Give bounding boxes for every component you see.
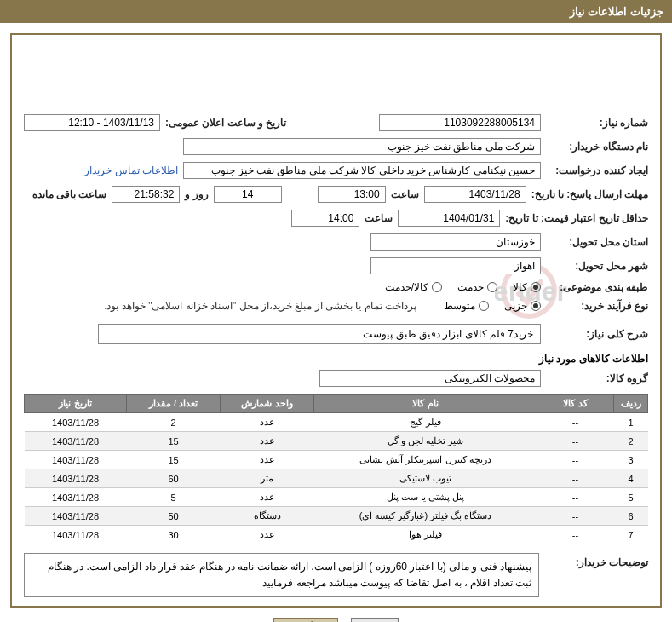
cell-unit: عدد xyxy=(221,413,314,432)
cell-unit: دستگاه xyxy=(221,507,314,526)
cell-qty: 30 xyxy=(127,526,221,544)
field-remaining-time: 21:58:32 xyxy=(112,186,180,203)
cell-qty: 60 xyxy=(127,469,221,488)
content-panel: AriaTender .net شماره نیاز: 110309228800… xyxy=(10,33,662,608)
radio-both-label: کالا/خدمت xyxy=(385,281,428,293)
cell-code: -- xyxy=(537,526,614,544)
cell-qty: 5 xyxy=(127,488,221,507)
cell-unit: عدد xyxy=(221,526,314,544)
cell-code: -- xyxy=(537,432,614,451)
cell-code: -- xyxy=(537,451,614,469)
label-time1: ساعت xyxy=(391,188,419,200)
print-button[interactable]: چاپ xyxy=(351,618,399,622)
label-deadline: مهلت ارسال پاسخ: تا تاریخ: xyxy=(531,188,648,200)
label-days-and: روز و xyxy=(185,188,208,200)
cell-code: -- xyxy=(537,507,614,526)
table-row: 3--دریچه کنترل اسپرینکلر آتش نشانیعدد151… xyxy=(25,451,648,469)
button-row: چاپ بازگشت xyxy=(0,618,672,622)
cell-n: 2 xyxy=(614,432,648,451)
table-row: 4--تیوب لاستیکیمتر601403/11/28 xyxy=(25,469,648,488)
th-row: ردیف xyxy=(614,395,648,413)
label-goods-group: گروه کالا: xyxy=(546,372,648,384)
page-header: جزئیات اطلاعات نیاز xyxy=(0,0,672,23)
cell-code: -- xyxy=(537,413,614,432)
table-row: 2--شیر تخلیه لجن و گلعدد151403/11/28 xyxy=(25,432,648,451)
cell-name: فیلر گیج xyxy=(314,413,537,432)
cell-unit: عدد xyxy=(221,432,314,451)
cell-n: 3 xyxy=(614,451,648,469)
label-process-type: نوع فرآیند خرید: xyxy=(546,300,648,312)
cell-date: 1403/11/28 xyxy=(25,451,127,469)
field-remaining-days: 14 xyxy=(214,186,282,203)
cell-date: 1403/11/28 xyxy=(25,413,127,432)
cell-n: 7 xyxy=(614,526,648,544)
field-need-no: 1103092288005134 xyxy=(379,114,541,131)
cell-name: شیر تخلیه لجن و گل xyxy=(314,432,537,451)
radio-service-label: خدمت xyxy=(457,281,484,293)
radio-goods-label: کالا xyxy=(513,281,527,293)
label-requester: ایجاد کننده درخواست: xyxy=(546,164,648,176)
label-main-desc: شرح کلی نیاز: xyxy=(546,328,648,340)
label-province: استان محل تحویل: xyxy=(546,236,648,248)
cell-date: 1403/11/28 xyxy=(25,488,127,507)
label-time2: ساعت xyxy=(365,212,393,224)
cell-n: 1 xyxy=(614,413,648,432)
field-valid-date: 1404/01/31 xyxy=(398,210,500,227)
cell-date: 1403/11/28 xyxy=(25,469,127,488)
field-buyer-org: شرکت ملی مناطق نفت خیز جنوب xyxy=(183,138,541,155)
cell-date: 1403/11/28 xyxy=(25,526,127,544)
cell-qty: 50 xyxy=(127,507,221,526)
process-radio-group: جزیی متوسط xyxy=(444,300,541,312)
th-date: تاریخ نیاز xyxy=(25,395,127,413)
cell-date: 1403/11/28 xyxy=(25,432,127,451)
field-requester: حسین نیکنامی کارشناس خرید داخلی کالا شرک… xyxy=(183,162,541,179)
radio-minor[interactable] xyxy=(531,301,541,311)
field-valid-time: 14:00 xyxy=(291,210,359,227)
label-buyer-notes: توضیحات خریدار: xyxy=(546,553,648,568)
field-province: خوزستان xyxy=(370,233,541,251)
label-announce-date: تاریخ و ساعت اعلان عمومی: xyxy=(165,117,286,129)
label-need-no: شماره نیاز: xyxy=(546,117,648,129)
radio-medium[interactable] xyxy=(479,301,489,311)
cell-unit: عدد xyxy=(221,488,314,507)
label-valid-until: حداقل تاریخ اعتبار قیمت: تا تاریخ: xyxy=(505,212,648,224)
cell-n: 6 xyxy=(614,507,648,526)
radio-service[interactable] xyxy=(487,282,497,292)
back-button[interactable]: بازگشت xyxy=(273,618,338,622)
cell-qty: 15 xyxy=(127,432,221,451)
table-row: 6--دستگاه بگ فیلتر (غبارگیر کیسه ای)دستگ… xyxy=(25,507,648,526)
field-announce-date: 1403/11/13 - 12:10 xyxy=(24,114,160,131)
cell-name: پنل پشتی یا ست پنل xyxy=(314,488,537,507)
th-code: کد کالا xyxy=(537,395,614,413)
cell-unit: متر xyxy=(221,469,314,488)
goods-table: ردیف کد کالا نام کالا واحد شمارش تعداد /… xyxy=(24,394,648,544)
cell-qty: 2 xyxy=(127,413,221,432)
cell-code: -- xyxy=(537,469,614,488)
classification-radio-group: کالا خدمت کالا/خدمت xyxy=(385,281,541,293)
cell-qty: 15 xyxy=(127,451,221,469)
table-row: 7--فیلتر هواعدد301403/11/28 xyxy=(25,526,648,544)
cell-n: 4 xyxy=(614,469,648,488)
table-row: 5--پنل پشتی یا ست پنلعدد51403/11/28 xyxy=(25,488,648,507)
th-unit: واحد شمارش xyxy=(221,395,314,413)
radio-goods[interactable] xyxy=(531,282,541,292)
field-deadline-time: 13:00 xyxy=(318,186,386,203)
contact-link[interactable]: اطلاعات تماس خریدار xyxy=(84,164,178,176)
cell-date: 1403/11/28 xyxy=(25,507,127,526)
process-note: پرداخت تمام یا بخشی از مبلغ خرید،از محل … xyxy=(104,300,416,312)
field-goods-group: محصولات الکترونیکی xyxy=(319,370,541,387)
radio-both[interactable] xyxy=(432,282,442,292)
label-remaining: ساعت باقی مانده xyxy=(32,188,107,200)
cell-name: فیلتر هوا xyxy=(314,526,537,544)
radio-minor-label: جزیی xyxy=(504,300,527,312)
th-qty: تعداد / مقدار xyxy=(127,395,221,413)
cell-name: دستگاه بگ فیلتر (غبارگیر کیسه ای) xyxy=(314,507,537,526)
cell-unit: عدد xyxy=(221,451,314,469)
cell-n: 5 xyxy=(614,488,648,507)
field-main-desc: خرید7 قلم کالای ابزار دقیق طبق پیوست xyxy=(98,324,541,344)
label-city: شهر محل تحویل: xyxy=(546,260,648,272)
field-deadline-date: 1403/11/28 xyxy=(424,186,526,203)
radio-medium-label: متوسط xyxy=(444,300,475,312)
cell-code: -- xyxy=(537,488,614,507)
field-buyer-notes: پیشنهاد فنی و مالی (با اعتبار 60روزه ) ا… xyxy=(24,553,539,597)
